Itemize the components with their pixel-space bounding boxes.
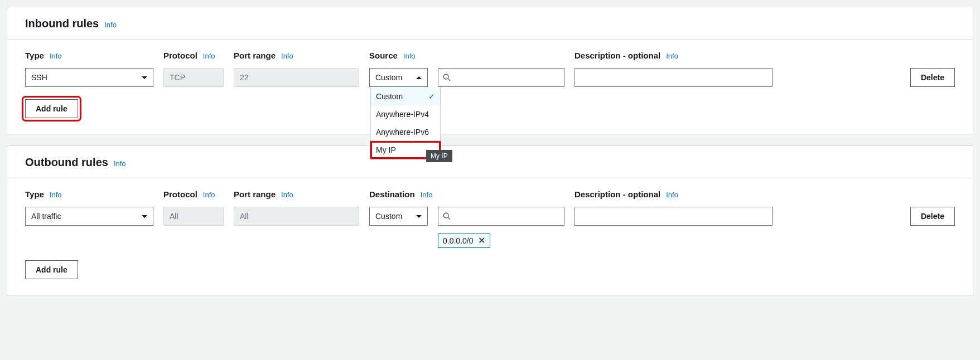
protocol-field: TCP — [163, 68, 224, 87]
info-description[interactable]: Info — [666, 52, 678, 60]
caret-down-icon — [416, 215, 422, 218]
svg-point-2 — [443, 213, 448, 218]
info-description[interactable]: Info — [666, 191, 678, 199]
info-source[interactable]: Info — [403, 52, 416, 60]
inbound-header: Inbound rules Info — [7, 7, 973, 40]
description-input[interactable] — [575, 207, 773, 226]
col-port: Port range Info 22 — [234, 51, 359, 87]
outbound-rules-panel: Outbound rules Info Type Info All traffi… — [7, 145, 973, 295]
col-delete: . Delete — [910, 51, 955, 87]
port-value: All — [240, 212, 249, 221]
inbound-info-link[interactable]: Info — [104, 21, 117, 29]
info-type[interactable]: Info — [50, 52, 62, 60]
port-value: 22 — [240, 73, 249, 82]
check-icon: ✓ — [428, 92, 435, 101]
destination-chip: 0.0.0.0/0 ✕ — [438, 233, 490, 248]
col-delete: . Delete — [910, 189, 955, 226]
destination-mode-select[interactable]: Custom — [369, 207, 428, 226]
label-port-range: Port range — [234, 51, 276, 60]
destination-mode-value: Custom — [375, 212, 402, 221]
type-value: All traffic — [31, 212, 61, 221]
caret-down-icon — [142, 76, 147, 79]
label-port-range: Port range — [234, 189, 276, 199]
label-description: Description - optional — [575, 189, 660, 199]
search-icon — [443, 74, 451, 81]
label-source: Source — [369, 51, 398, 60]
info-destination[interactable]: Info — [421, 191, 433, 199]
col-protocol: Protocol Info All — [163, 189, 224, 226]
description-input[interactable] — [575, 68, 773, 87]
inbound-body: Type Info SSH Protocol Info TCP — [7, 40, 973, 134]
col-destination: Destination Info Custom — [369, 189, 564, 248]
label-destination: Destination — [369, 189, 415, 199]
remove-chip-icon[interactable]: ✕ — [478, 236, 485, 245]
delete-button[interactable]: Delete — [910, 68, 955, 87]
col-protocol: Protocol Info TCP — [163, 51, 224, 87]
search-icon — [443, 212, 451, 220]
inbound-title: Inbound rules — [25, 17, 99, 30]
info-port[interactable]: Info — [281, 52, 293, 60]
type-select[interactable]: All traffic — [25, 207, 153, 226]
label-type: Type — [25, 51, 44, 60]
svg-line-3 — [448, 217, 450, 220]
add-rule-button[interactable]: Add rule — [25, 99, 78, 118]
outbound-body: Type Info All traffic Protocol Info All — [7, 178, 973, 295]
dropdown-option-anywhere-ipv6[interactable]: Anywhere-IPv6 — [370, 123, 441, 141]
delete-button[interactable]: Delete — [910, 207, 955, 226]
col-description: Description - optional Info — [575, 189, 773, 226]
col-source: Source Info Custom Custom ✓ A — [369, 51, 564, 87]
source-mode-select[interactable]: Custom Custom ✓ Anywhere-IPv4 Anyw — [369, 68, 428, 87]
outbound-info-link[interactable]: Info — [114, 159, 126, 168]
col-description: Description - optional Info — [575, 51, 773, 87]
info-port[interactable]: Info — [281, 191, 293, 199]
caret-down-icon — [142, 215, 147, 218]
destination-search-input[interactable] — [438, 207, 564, 226]
inbound-rules-panel: Inbound rules Info Type Info SSH Protoco… — [7, 7, 973, 134]
col-port: Port range Info All — [234, 189, 359, 226]
caret-up-icon — [416, 76, 422, 79]
protocol-value: TCP — [170, 73, 185, 82]
label-protocol: Protocol — [163, 189, 197, 199]
destination-search-field[interactable] — [455, 212, 559, 221]
outbound-rule-row: Type Info All traffic Protocol Info All — [25, 189, 955, 248]
label-protocol: Protocol — [163, 51, 197, 60]
outbound-header: Outbound rules Info — [7, 146, 973, 178]
type-value: SSH — [31, 73, 47, 82]
add-rule-highlight: Add rule — [25, 99, 78, 118]
protocol-value: All — [170, 212, 178, 221]
info-type[interactable]: Info — [50, 191, 62, 199]
protocol-field: All — [163, 207, 224, 226]
source-search-field[interactable] — [455, 73, 559, 82]
info-protocol[interactable]: Info — [203, 191, 215, 199]
port-field: All — [234, 207, 359, 226]
type-select[interactable]: SSH — [25, 68, 153, 87]
source-search-input[interactable] — [438, 68, 564, 87]
info-protocol[interactable]: Info — [203, 52, 215, 60]
col-type: Type Info All traffic — [25, 189, 153, 226]
col-type: Type Info SSH — [25, 51, 153, 87]
label-description: Description - optional — [575, 51, 660, 60]
chip-label: 0.0.0.0/0 — [443, 236, 474, 245]
dropdown-option-custom[interactable]: Custom ✓ — [370, 87, 441, 105]
label-type: Type — [25, 189, 44, 199]
add-rule-wrap: Add rule — [25, 260, 78, 279]
svg-point-0 — [443, 74, 448, 79]
my-ip-tooltip: My IP — [426, 150, 452, 162]
source-mode-value: Custom — [375, 73, 402, 82]
dropdown-option-my-ip[interactable]: My IP My IP — [370, 141, 441, 159]
source-dropdown: Custom ✓ Anywhere-IPv4 Anywhere-IPv6 My … — [370, 87, 441, 159]
dropdown-option-anywhere-ipv4[interactable]: Anywhere-IPv4 — [370, 105, 441, 123]
svg-line-1 — [448, 79, 450, 81]
port-field: 22 — [234, 68, 359, 87]
inbound-rule-row: Type Info SSH Protocol Info TCP — [25, 51, 955, 87]
add-rule-button[interactable]: Add rule — [25, 260, 78, 279]
destination-chips: 0.0.0.0/0 ✕ — [438, 229, 564, 248]
outbound-title: Outbound rules — [25, 156, 108, 169]
